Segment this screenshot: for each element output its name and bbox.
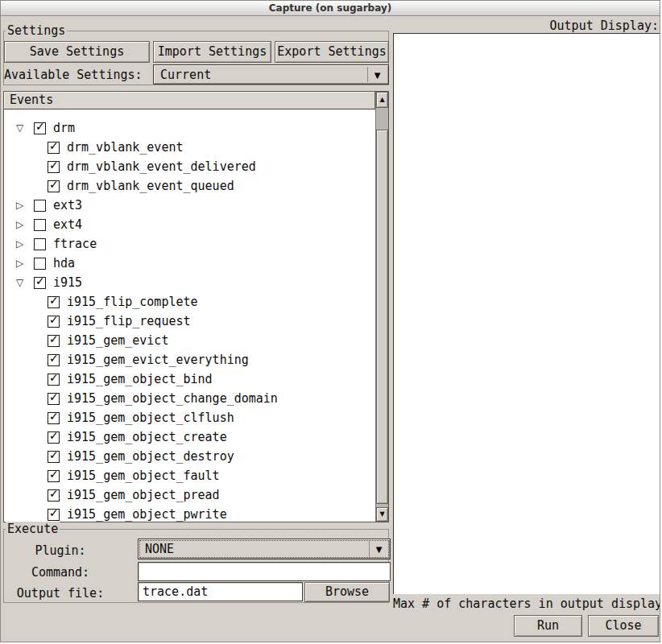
import-settings-label: Import Settings: [154, 42, 271, 62]
tree-row[interactable]: ▽✓i915: [4, 274, 375, 293]
events-column-header[interactable]: Events: [4, 92, 375, 109]
tree-row[interactable]: ▽✓drm: [4, 119, 375, 138]
event-checkbox[interactable]: ✓: [34, 122, 46, 134]
event-label: hda: [53, 256, 75, 270]
event-label: i915_gem_object_create: [67, 430, 227, 444]
event-checkbox[interactable]: [34, 238, 46, 250]
tree-row[interactable]: ✓i915_gem_object_destroy: [4, 448, 375, 467]
event-checkbox[interactable]: ✓: [48, 374, 60, 386]
event-checkbox[interactable]: ✓: [48, 142, 60, 154]
tree-row[interactable]: ▷ext4: [4, 216, 375, 235]
event-label: drm: [53, 121, 75, 135]
available-settings-value: Current: [160, 68, 211, 82]
event-checkbox[interactable]: ✓: [48, 354, 60, 366]
command-input[interactable]: [138, 562, 391, 581]
event-label: i915_gem_evict: [67, 333, 168, 348]
events-tree-body: ▽✓drm✓drm_vblank_event✓drm_vblank_event_…: [4, 109, 375, 522]
event-checkbox[interactable]: ✓: [48, 316, 60, 328]
event-checkbox[interactable]: ✓: [48, 509, 60, 521]
tree-row[interactable]: ✓i915_gem_object_clflush: [4, 409, 375, 428]
browse-label: Browse: [305, 583, 389, 601]
event-checkbox[interactable]: ✓: [48, 431, 60, 444]
output-file-input[interactable]: [138, 582, 303, 601]
expander-expanded-icon[interactable]: ▽: [16, 276, 23, 289]
scrollbar-down-button[interactable]: ▼: [376, 507, 388, 522]
output-display-label: Output Display:: [393, 19, 659, 33]
output-display-area[interactable]: [393, 33, 660, 594]
scrollbar-thumb[interactable]: [376, 130, 388, 504]
tree-row[interactable]: ▷hda: [4, 254, 375, 274]
check-icon: ✓: [35, 275, 45, 287]
available-settings-arrow-box: ▼: [367, 67, 387, 82]
expander-collapsed-icon[interactable]: ▷: [16, 237, 23, 250]
tree-row[interactable]: ✓i915_gem_object_pwrite: [4, 506, 375, 522]
check-icon: ✓: [49, 371, 59, 384]
expander-collapsed-icon[interactable]: ▷: [16, 199, 23, 212]
event-checkbox[interactable]: ✓: [48, 451, 60, 463]
import-settings-button[interactable]: Import Settings: [153, 41, 271, 63]
check-icon: ✓: [49, 487, 59, 500]
scrollbar-up-button[interactable]: ▲: [376, 92, 388, 108]
event-label: drm_vblank_event_queued: [67, 179, 234, 193]
tree-row[interactable]: ▷ext3: [4, 196, 375, 216]
check-icon: ✓: [35, 120, 45, 133]
available-settings-combo[interactable]: Current ▼: [153, 64, 389, 85]
check-icon: ✓: [49, 294, 59, 307]
check-icon: ✓: [49, 332, 59, 345]
tree-row[interactable]: ✓i915_gem_object_fault: [4, 467, 375, 486]
event-checkbox[interactable]: ✓: [48, 489, 60, 502]
tree-row[interactable]: ✓i915_gem_object_create: [4, 428, 375, 448]
scroll-down-icon: ▼: [379, 510, 384, 518]
tree-row[interactable]: ✓i915_gem_object_change_domain: [4, 390, 375, 409]
export-settings-label: Export Settings: [275, 42, 388, 62]
tree-row[interactable]: ✓drm_vblank_event: [4, 138, 375, 158]
browse-button[interactable]: Browse: [304, 582, 390, 602]
tree-row[interactable]: ✓i915_gem_object_bind: [4, 370, 375, 390]
event-checkbox[interactable]: [34, 258, 46, 270]
event-checkbox[interactable]: ✓: [34, 277, 46, 289]
available-settings-label: Available Settings:: [4, 68, 143, 82]
event-checkbox[interactable]: [34, 200, 46, 212]
event-checkbox[interactable]: ✓: [48, 161, 60, 173]
event-label: i915_gem_object_fault: [67, 469, 220, 483]
tree-row[interactable]: ✓drm_vblank_event_delivered: [4, 158, 375, 177]
expander-collapsed-icon[interactable]: ▷: [16, 218, 23, 231]
capture-window: Capture (on sugarbay) Settings Save Sett…: [0, 0, 660, 642]
event-label: ext4: [53, 217, 82, 232]
check-icon: ✓: [49, 139, 59, 152]
chevron-down-icon: ▼: [376, 545, 383, 554]
event-checkbox[interactable]: [34, 219, 46, 231]
save-settings-button[interactable]: Save Settings: [4, 41, 150, 63]
tree-row[interactable]: ✓i915_gem_object_pread: [4, 486, 375, 506]
events-scrollbar[interactable]: ▲ ▼: [375, 92, 388, 522]
tree-row[interactable]: ✓i915_flip_request: [4, 312, 375, 332]
tree-row[interactable]: ✓i915_flip_complete: [4, 293, 375, 312]
tree-row[interactable]: ✓i915_gem_evict_everything: [4, 351, 375, 370]
event-label: i915_gem_object_destroy: [67, 449, 234, 464]
expander-collapsed-icon[interactable]: ▷: [16, 257, 23, 270]
window-titlebar[interactable]: Capture (on sugarbay): [1, 1, 660, 16]
event-checkbox[interactable]: ✓: [48, 296, 60, 308]
tree-row[interactable]: ✓i915_gem_evict: [4, 332, 375, 351]
export-settings-button[interactable]: Export Settings: [275, 41, 389, 63]
plugin-label: Plugin:: [3, 543, 118, 558]
event-checkbox[interactable]: ✓: [48, 393, 60, 405]
event-checkbox[interactable]: ✓: [48, 180, 60, 192]
run-button[interactable]: Run: [514, 615, 582, 637]
event-checkbox[interactable]: ✓: [48, 335, 60, 347]
check-icon: ✓: [49, 506, 59, 519]
max-chars-label: Max # of characters in output display: [393, 597, 660, 611]
save-settings-label: Save Settings: [5, 42, 149, 62]
check-icon: ✓: [49, 410, 59, 423]
output-file-label: Output file:: [3, 586, 118, 601]
plugin-combo[interactable]: NONE ▼: [138, 539, 391, 559]
tree-row[interactable]: ▷ftrace: [4, 235, 375, 254]
event-checkbox[interactable]: ✓: [48, 412, 60, 424]
plugin-value: NONE: [145, 542, 174, 556]
expander-expanded-icon[interactable]: ▽: [16, 122, 23, 134]
event-checkbox[interactable]: ✓: [48, 470, 60, 482]
close-button[interactable]: Close: [588, 615, 659, 637]
tree-row[interactable]: ✓drm_vblank_event_queued: [4, 177, 375, 196]
settings-frame-label: Settings: [6, 23, 67, 38]
event-label: i915_gem_object_pread: [67, 488, 220, 502]
